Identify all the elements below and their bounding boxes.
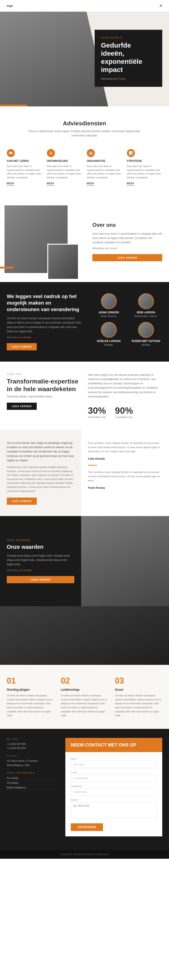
waarden-desc: Voluptat amet aliqua enim fugiat nulla. …: [7, 554, 74, 567]
waarden-label: ONZE WAARDEN: [7, 539, 74, 541]
stats-row: 30% Voortrekker hup 90% voortrekker hup: [88, 406, 162, 418]
hero-subtitle-link[interactable]: freepik: [118, 77, 126, 80]
stap-text: Ut enim ad minim veniam consequat nostru…: [7, 694, 54, 718]
over-ons-orange-accent: [0, 267, 14, 269]
team-member-name: ADAM JONSON: [99, 311, 119, 314]
bericht-textarea[interactable]: [71, 802, 157, 818]
team-left: We leggen veel nadruk op het mogelijk ma…: [7, 293, 83, 350]
service-text: Duis aute irure dolor in reprehenderit i…: [127, 164, 163, 179]
testi-left-desc: Om al onze klanten een veilige en plezie…: [7, 441, 74, 463]
stap-item: 01 Overleg plegen Ut enim ad minim venia…: [7, 676, 54, 718]
contact-form-area: NEEM CONTACT MET ONS OP Naam e-mail Onde…: [65, 738, 162, 837]
service-name: AAN HET LEREN: [7, 159, 42, 162]
onderwerp-input[interactable]: [71, 788, 157, 795]
service-meer-link[interactable]: MEER: [127, 182, 134, 186]
hero-label: OVER BEDRIJF: [101, 37, 156, 39]
team-right: ADAM JONSON Onder Directeur BOB LARSON B…: [92, 293, 162, 350]
stat-label-1: Voortrekker hup: [88, 416, 106, 418]
menu-icon[interactable]: ≡: [159, 3, 162, 8]
team-member-role: Onder Directeur: [101, 315, 117, 317]
contact-topics: ONZE TOPGEBIEDEN Per bedrijfConsultingMa…: [7, 772, 56, 790]
team-grid: ADAM JONSON Onder Directeur BOB LARSON B…: [92, 293, 162, 346]
trans-label: OVER ONS: [7, 373, 79, 375]
service-meer-link[interactable]: MEER: [87, 182, 94, 186]
team-btn[interactable]: LEES VERDER: [7, 343, 37, 350]
bel-ons-text: +1 (234) 567-890 +1 (234) 567-654: [7, 742, 56, 750]
email-input[interactable]: [71, 775, 157, 782]
bericht-label: Bericht: [71, 799, 157, 801]
form-row-bericht: Bericht: [71, 799, 157, 819]
plaats-text: 127 Birch Street, 27 Horizon North Alaba…: [7, 759, 56, 767]
service-name: ONTWIKKELING: [47, 159, 83, 162]
team-auteur: Afbeelding van freepik: [7, 336, 83, 339]
footer-bottom: Lange tekst - rechten op tekst zijn voor…: [0, 850, 169, 859]
service-meer-link[interactable]: MEER: [7, 182, 14, 186]
testi-author-1: Celia Almeda: [88, 457, 162, 460]
topics-title: ONZE TOPGEBIEDEN: [7, 772, 56, 774]
service-icon: 📊: [127, 149, 135, 157]
team-member-role: Manager: [104, 344, 113, 346]
topic-item: Per bedrijf: [7, 776, 56, 781]
topic-item: Markt Intelligence: [7, 785, 56, 790]
naam-input[interactable]: [71, 761, 157, 768]
stat-label-2: voortrekker hup: [115, 416, 133, 418]
team-member-name: SPIELEN LARSON: [97, 339, 121, 343]
team-avatar: [101, 322, 117, 338]
team-member-role: Beleidsmaker / partner: [134, 315, 157, 317]
over-ons-section: Over ons Duis aute irure dolor in repreh…: [0, 201, 169, 282]
form-row-email: e-mail: [71, 771, 157, 782]
stat-number-1: 30%: [88, 406, 106, 416]
team-member-role: Manager: [142, 344, 150, 346]
onderwerp-label: Onderwerp: [71, 785, 157, 788]
stappen-grid: 01 Overleg plegen Ut enim ad minim venia…: [7, 676, 162, 718]
testi-left-more: Simpele tekst: Dit is Egestas egestas fr…: [7, 465, 74, 493]
testi-btn[interactable]: LEES VERDER: [7, 498, 37, 505]
over-ons-desc: Duis aute irure dolor in reprehenderit i…: [92, 232, 162, 245]
footer-copyright: Lange tekst - rechten op tekst zijn voor…: [60, 853, 109, 856]
hero-overlay: OVER BEDRIJF Gedurfde ideeën, exponentië…: [95, 30, 162, 87]
trans-btn[interactable]: LEES VERDER: [7, 402, 37, 410]
waarden-right: [81, 516, 169, 606]
over-ons-btn[interactable]: LEES VERDER: [92, 254, 162, 261]
waarden-btn[interactable]: LEES VERDER: [7, 576, 74, 583]
service-meer-link[interactable]: MEER: [47, 182, 54, 186]
trans-desc: Alles wat nodig is om uw nieuwe projecte…: [88, 373, 162, 399]
stap-text: Ut enim ad minim veniam consequat nostru…: [115, 694, 162, 718]
waarden-auteur: Afbeelding van freepik: [7, 569, 74, 571]
adviesdiensten-title: Adviesdiensten: [7, 120, 162, 127]
waarden-section: ONZE WAARDEN Onze waarden Voluptat amet …: [0, 516, 169, 606]
over-ons-images: [0, 201, 86, 282]
photo-banner-overlay: [0, 606, 169, 665]
transformatie-section: OVER ONS Transformatie-expertise in de h…: [0, 362, 169, 430]
testi-right: Prae sed libero amet volutpat facilisis.…: [81, 430, 169, 516]
stap-text: Ut enim ad minim veniam consequat nostru…: [61, 694, 108, 718]
stap-title: Overleg plegen: [7, 688, 54, 691]
adviesdiensten-desc: Purus ut ullamcorper amet magna. Fringil…: [28, 129, 141, 138]
team-auteur-link[interactable]: freepik: [24, 336, 31, 339]
submit-button[interactable]: VERZENDEN: [71, 823, 103, 831]
service-item: 🏢 ORGANISATIE Duis aute irure dolor in r…: [87, 147, 122, 187]
service-item: ⚙ ONTWIKKELING Duis aute irure dolor in …: [47, 147, 83, 187]
contact-form-title: NEEM CONTACT MET ONS OP: [71, 742, 157, 748]
team-member: BOB LARSON Beleidsmaker / partner: [129, 293, 162, 317]
waarden-title: Onze waarden: [7, 544, 74, 550]
team-member: RIJDEN MET HUTSON Manager: [129, 322, 162, 346]
service-icon: 🏢: [87, 149, 95, 157]
contact-form-body: Naam e-mail Onderwerp Bericht VERZENDEN: [65, 752, 162, 837]
service-item: 📖 AAN HET LEREN Duis aute irure dolor in…: [7, 147, 42, 187]
team-section: We leggen veel nadruk op het mogelijk ma…: [0, 282, 169, 362]
email-label: e-mail: [71, 771, 157, 774]
testi-quote-2: Prae sed libero amet volutpat facilisis.…: [88, 470, 162, 483]
testi-quote-1: Prae sed libero amet volutpat facilisis.…: [88, 441, 162, 453]
waarden-auteur-link[interactable]: freepik: [24, 569, 31, 571]
testi-author-2: Frank Kinney: [88, 486, 162, 490]
navbar: logo ≡: [0, 0, 169, 12]
topic-item: Consulting: [7, 781, 56, 785]
stap-title: Groei: [115, 688, 162, 691]
over-ons-auteur-link[interactable]: freepik: [110, 247, 117, 250]
topics-list: Per bedrijfConsultingMarkt Intelligence: [7, 776, 56, 790]
logo: logo: [7, 4, 13, 8]
trans-left: OVER ONS Transformatie-expertise in de h…: [7, 373, 79, 410]
contact-form-header: NEEM CONTACT MET ONS OP: [65, 738, 162, 752]
team-desc: Ut enim ad minim veniam consequat nostru…: [7, 316, 83, 334]
